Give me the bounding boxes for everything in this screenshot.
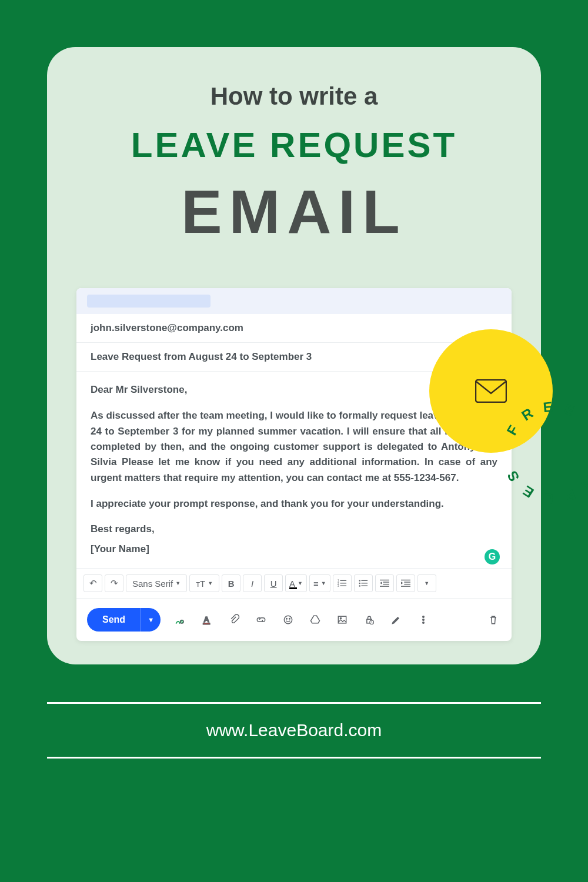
send-button[interactable]: Send ▼ <box>87 608 161 632</box>
svg-rect-19 <box>404 584 410 584</box>
attach-file-icon[interactable] <box>226 612 242 627</box>
website-url: www.LeaveBoard.com <box>47 712 541 749</box>
svg-text:3: 3 <box>338 584 339 587</box>
underline-button[interactable]: U <box>264 574 283 592</box>
free-samples-badge: FREE SAMPLES <box>429 329 553 453</box>
badge-circular-text: FREE SAMPLES <box>429 329 553 453</box>
divider-bottom <box>47 757 541 759</box>
divider-top <box>47 702 541 704</box>
svg-rect-4 <box>340 583 346 583</box>
formatting-toolbar: ↶ ↷ Sans Serif ▼ тT ▼ B I U A ▼ ≡ ▼ 123 … <box>76 568 512 598</box>
bold-button[interactable]: B <box>222 574 240 592</box>
compose-header-bar <box>76 288 512 314</box>
svg-point-33 <box>423 622 425 624</box>
svg-point-25 <box>286 619 288 620</box>
numbered-list-button[interactable]: 123 <box>333 574 352 592</box>
svg-point-9 <box>359 583 360 584</box>
more-options-icon[interactable] <box>416 612 431 627</box>
email-paragraph-2: I appreciate your prompt response, and t… <box>91 496 497 512</box>
svg-point-24 <box>284 616 292 623</box>
svg-rect-17 <box>401 580 410 580</box>
svg-point-7 <box>359 580 360 581</box>
svg-rect-10 <box>361 583 368 583</box>
svg-rect-18 <box>404 582 410 582</box>
font-family-label: Sans Serif <box>132 579 173 589</box>
text-format-icon[interactable]: A <box>199 612 215 627</box>
heading-line-1: How to write a <box>211 82 378 111</box>
send-options-dropdown[interactable]: ▼ <box>141 608 161 632</box>
svg-rect-15 <box>383 584 389 584</box>
redo-button[interactable]: ↷ <box>105 574 123 592</box>
grammarly-icon[interactable]: G <box>485 549 500 564</box>
discard-draft-icon[interactable] <box>486 612 501 627</box>
insert-image-icon[interactable] <box>335 612 350 627</box>
signature-icon[interactable] <box>172 612 188 627</box>
indent-more-button[interactable] <box>396 574 415 592</box>
insert-drive-icon[interactable] <box>308 612 323 627</box>
font-size-label: тT <box>196 579 205 589</box>
svg-rect-8 <box>361 580 368 581</box>
send-button-label: Send <box>87 608 141 632</box>
bullet-list-button[interactable] <box>354 574 373 592</box>
indent-less-button[interactable] <box>375 574 394 592</box>
more-formatting-button[interactable]: ▼ <box>417 574 436 592</box>
svg-point-32 <box>423 619 425 621</box>
footer: www.LeaveBoard.com <box>47 694 541 767</box>
svg-rect-23 <box>203 623 210 624</box>
recipient-chip-placeholder <box>87 295 211 308</box>
svg-rect-14 <box>383 582 389 582</box>
main-card: How to write a LEAVE REQUEST EMAIL FREE … <box>47 47 541 664</box>
heading-line-3: EMAIL <box>181 177 407 247</box>
svg-rect-27 <box>338 616 346 623</box>
undo-button[interactable]: ↶ <box>83 574 102 592</box>
svg-rect-20 <box>401 586 410 586</box>
svg-point-31 <box>423 616 425 618</box>
font-size-select[interactable]: тT ▼ <box>189 574 219 592</box>
italic-button[interactable]: I <box>243 574 262 592</box>
align-button[interactable]: ≡ ▼ <box>309 574 330 592</box>
email-signoff-2: [Your Name] <box>91 542 497 556</box>
svg-rect-16 <box>380 586 389 586</box>
font-family-select[interactable]: Sans Serif ▼ <box>126 574 187 592</box>
insert-emoji-icon[interactable] <box>280 612 296 627</box>
svg-point-26 <box>289 619 290 620</box>
svg-rect-6 <box>340 586 346 586</box>
svg-rect-13 <box>380 580 389 580</box>
svg-text:A: A <box>203 615 209 624</box>
email-signoff-1: Best regards, <box>91 522 497 536</box>
svg-point-11 <box>359 585 360 586</box>
svg-rect-12 <box>361 586 368 586</box>
insert-link-icon[interactable] <box>253 612 269 627</box>
send-toolbar: Send ▼ A <box>76 598 512 641</box>
insert-pen-icon[interactable] <box>389 612 404 627</box>
confidential-mode-icon[interactable] <box>362 612 377 627</box>
svg-point-28 <box>340 617 342 619</box>
heading-line-2: LEAVE REQUEST <box>131 125 457 165</box>
text-color-button[interactable]: A ▼ <box>285 574 307 592</box>
svg-rect-2 <box>340 580 346 581</box>
